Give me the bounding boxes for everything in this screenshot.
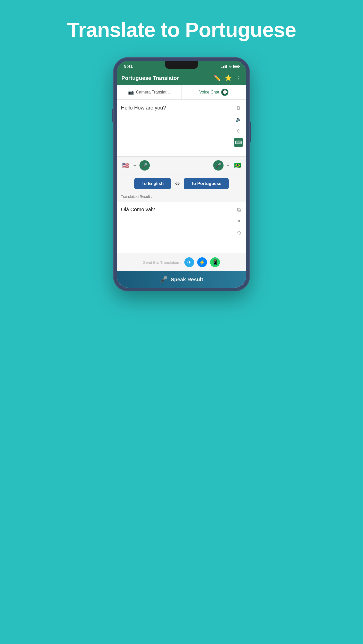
- result-text: Olá Como vai?: [121, 206, 233, 249]
- status-time: 9:41: [124, 64, 133, 69]
- speak-result-label: Speak Result: [171, 277, 203, 283]
- power-button: [250, 122, 251, 142]
- tab-camera[interactable]: 📷 Camera Translat...: [117, 85, 182, 99]
- result-action-buttons: ⧉ ✦ ◇: [233, 206, 243, 249]
- phone-mockup: 9:41 ∿ Portuguese Translator ✏️ ⭐: [113, 57, 250, 291]
- swap-icon[interactable]: ⇔: [175, 180, 180, 187]
- edit-icon[interactable]: ✏️: [214, 75, 221, 81]
- tab-bar: 📷 Camera Translat... Voice Chat 💬: [117, 85, 246, 100]
- result-area: Olá Como vai? ⧉ ✦ ◇: [117, 201, 246, 253]
- erase-input-button[interactable]: ◇: [234, 126, 243, 135]
- star-add-button[interactable]: ✦: [235, 217, 243, 225]
- phone-screen: 9:41 ∿ Portuguese Translator ✏️ ⭐: [117, 61, 246, 288]
- keyboard-button[interactable]: ⌨: [234, 138, 243, 147]
- telegram-share-button[interactable]: ✈: [184, 257, 194, 267]
- wifi-icon: ∿: [229, 64, 232, 69]
- whatsapp-share-button[interactable]: 📱: [210, 257, 220, 267]
- source-mic-button[interactable]: 🎤: [139, 160, 150, 171]
- us-flag: 🇺🇸: [121, 161, 130, 170]
- input-action-buttons: ⧉ 🔈 ◇ ⌨: [232, 104, 243, 152]
- notch: [165, 61, 198, 69]
- tab-voice-chat[interactable]: Voice Chat 💬: [182, 85, 246, 99]
- brazil-flag: 🇧🇷: [233, 161, 242, 170]
- tab-voice-label: Voice Chat: [199, 90, 219, 95]
- page-title: Translate to Portuguese: [67, 18, 296, 42]
- tab-camera-label: Camera Translat...: [136, 90, 170, 95]
- source-language: 🇺🇸 → 🎤: [121, 160, 150, 171]
- target-language: 🎤 ← 🇧🇷: [213, 160, 242, 171]
- signal-icon: [221, 65, 227, 68]
- more-icon[interactable]: ⋮: [236, 75, 242, 81]
- input-area: Hello How are you? ⧉ 🔈 ◇ ⌨: [117, 100, 246, 156]
- volume-input-button[interactable]: 🔈: [234, 115, 243, 123]
- language-bar: 🇺🇸 → 🎤 🎤 ← 🇧🇷: [117, 156, 246, 174]
- to-english-button[interactable]: To English: [134, 178, 171, 189]
- to-portuguese-button[interactable]: To Portuguese: [184, 178, 229, 189]
- target-mic-button[interactable]: 🎤: [213, 160, 224, 171]
- erase-result-button[interactable]: ◇: [235, 228, 243, 236]
- messenger-share-button[interactable]: ⚡: [197, 257, 207, 267]
- speak-mic-icon: 🎤: [160, 276, 168, 283]
- app-title: Portuguese Translator: [121, 75, 179, 81]
- speak-result-button[interactable]: 🎤 Speak Result: [117, 271, 246, 288]
- input-text[interactable]: Hello How are you?: [121, 104, 232, 152]
- result-label: Translation Result :: [117, 193, 246, 201]
- favorite-icon[interactable]: ⭐: [225, 75, 232, 81]
- app-header: Portuguese Translator ✏️ ⭐ ⋮: [117, 71, 246, 85]
- copy-result-button[interactable]: ⧉: [235, 206, 243, 214]
- translation-buttons: To English ⇔ To Portuguese: [117, 174, 246, 193]
- arrow-right-icon: →: [133, 163, 137, 168]
- volume-button: [112, 109, 113, 122]
- share-label: Send this Translation :: [143, 260, 181, 265]
- camera-icon: 📷: [128, 89, 134, 95]
- status-icons: ∿: [221, 64, 239, 69]
- arrow-left-icon: ←: [226, 163, 230, 168]
- header-actions: ✏️ ⭐ ⋮: [214, 75, 242, 81]
- chat-icon: 💬: [221, 89, 228, 96]
- copy-input-button[interactable]: ⧉: [234, 104, 243, 112]
- battery-icon: [233, 65, 239, 68]
- status-bar: 9:41 ∿: [117, 61, 246, 71]
- share-bar: Send this Translation : ✈ ⚡ 📱: [117, 253, 246, 271]
